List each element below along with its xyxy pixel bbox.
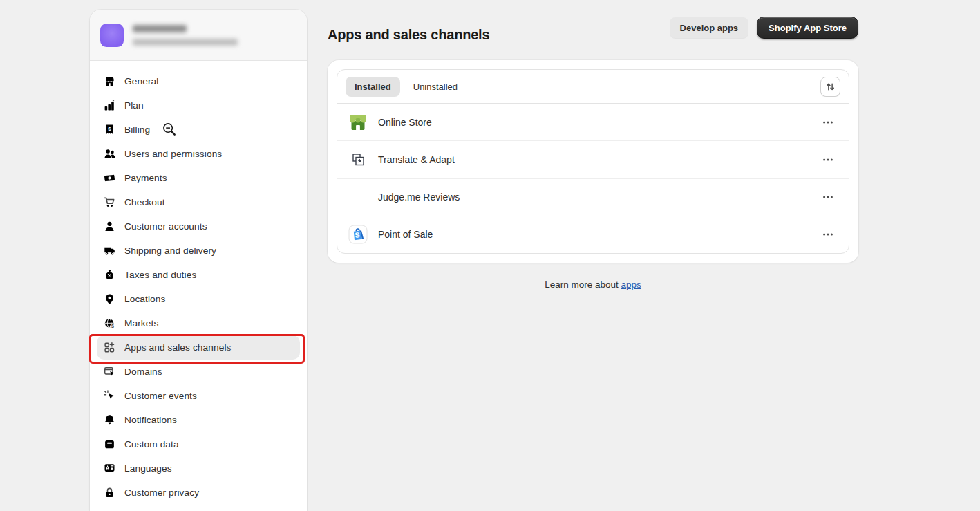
sidebar-item-checkout[interactable]: Checkout	[97, 190, 300, 214]
translate-adapt-app-icon	[348, 150, 368, 169]
settings-sidebar: General Plan Billing Users and permissio…	[90, 10, 307, 511]
sidebar-item-label: Payments	[124, 173, 167, 183]
sidebar-item-label: Markets	[124, 318, 158, 328]
apps-card: Installed Uninstalled Online Store Trans…	[328, 60, 858, 263]
sidebar-item-markets[interactable]: Markets	[97, 311, 300, 335]
app-row-online-store[interactable]: Online Store	[337, 104, 849, 141]
sidebar-item-label: Notifications	[124, 415, 177, 425]
apps-list-box: Installed Uninstalled Online Store Trans…	[337, 69, 849, 254]
sidebar-item-customer-accounts[interactable]: Customer accounts	[97, 214, 300, 239]
sidebar-item-label: Languages	[124, 463, 172, 474]
plan-icon	[104, 100, 115, 111]
shopify-app-store-button[interactable]: Shopify App Store	[757, 17, 858, 39]
sidebar-item-notifications[interactable]: Notifications	[97, 408, 300, 432]
checkout-cart-icon	[104, 196, 115, 208]
sidebar-item-label: Plan	[124, 100, 144, 111]
sidebar-item-label: Billing	[124, 124, 150, 135]
ellipsis-icon	[822, 117, 833, 128]
sidebar-item-label: Locations	[124, 294, 166, 304]
sidebar-item-users-and-permissions[interactable]: Users and permissions	[97, 142, 300, 166]
cursor-sparks-icon	[104, 390, 115, 402]
lock-icon	[104, 487, 115, 499]
app-row-menu-button[interactable]	[818, 115, 838, 130]
apps-tabs-row: Installed Uninstalled	[337, 70, 849, 104]
billing-icon	[104, 124, 115, 136]
tab-uninstalled[interactable]: Uninstalled	[404, 77, 467, 97]
sidebar-item-custom-data[interactable]: Custom data	[97, 432, 300, 456]
sort-button[interactable]	[820, 77, 840, 97]
app-row-menu-button[interactable]	[818, 189, 838, 205]
sidebar-item-payments[interactable]: Payments	[97, 166, 300, 190]
point-of-sale-app-icon	[348, 225, 368, 244]
sidebar-item-taxes-and-duties[interactable]: Taxes and duties	[97, 263, 300, 287]
globe-dollar-icon	[104, 317, 115, 329]
judgeme-app-icon	[348, 187, 368, 207]
sidebar-item-shipping-and-delivery[interactable]: Shipping and delivery	[97, 239, 300, 263]
ellipsis-icon	[822, 154, 833, 165]
sidebar-item-apps-and-sales-channels[interactable]: Apps and sales channels	[97, 335, 300, 360]
translate-bubble-icon	[104, 463, 115, 474]
apps-link[interactable]: apps	[621, 279, 641, 290]
users-icon	[104, 148, 115, 160]
bell-icon	[104, 414, 115, 426]
sidebar-item-label: Shipping and delivery	[124, 245, 216, 256]
data-box-icon	[104, 438, 115, 450]
domains-window-icon	[104, 366, 115, 378]
sort-arrows-icon	[825, 82, 836, 92]
sidebar-item-label: Domains	[124, 366, 162, 377]
sidebar-item-customer-events[interactable]: Customer events	[97, 384, 300, 408]
page-title: Apps and sales channels	[328, 27, 489, 43]
store-identity	[133, 25, 238, 46]
store-name-redacted	[133, 25, 187, 32]
store-icon	[104, 75, 115, 87]
sidebar-item-label: Users and permissions	[124, 149, 222, 159]
app-row-translate-adapt[interactable]: Translate & Adapt	[337, 141, 849, 178]
person-icon	[104, 221, 115, 232]
sidebar-item-locations[interactable]: Locations	[97, 287, 300, 311]
sidebar-item-customer-privacy[interactable]: Customer privacy	[97, 481, 300, 505]
taxes-bag-icon	[104, 269, 115, 281]
learn-more-text: Learn more about	[545, 279, 619, 290]
sidebar-item-label: Customer privacy	[124, 487, 199, 498]
header-actions: Develop apps Shopify App Store	[670, 17, 858, 39]
online-store-app-icon	[348, 113, 368, 132]
app-name: Translate & Adapt	[378, 154, 455, 165]
settings-nav: General Plan Billing Users and permissio…	[90, 61, 307, 505]
ellipsis-icon	[822, 192, 833, 203]
sidebar-item-plan[interactable]: Plan	[97, 93, 300, 118]
sidebar-item-general[interactable]: General	[97, 69, 300, 93]
sidebar-item-label: Apps and sales channels	[124, 342, 232, 353]
app-row-point-of-sale[interactable]: Point of Sale	[337, 216, 849, 253]
app-row-menu-button[interactable]	[818, 152, 838, 167]
ellipsis-icon	[822, 229, 833, 240]
sidebar-item-label: Custom data	[124, 439, 179, 449]
sidebar-item-domains[interactable]: Domains	[97, 360, 300, 384]
store-avatar	[100, 24, 124, 47]
develop-apps-button[interactable]: Develop apps	[670, 17, 749, 38]
sidebar-item-billing[interactable]: Billing	[97, 118, 300, 142]
truck-icon	[104, 245, 115, 257]
sidebar-item-label: Customer events	[124, 391, 197, 401]
location-pin-icon	[104, 293, 115, 305]
app-name: Point of Sale	[378, 229, 433, 240]
app-row-judgeme-reviews[interactable]: Judge.me Reviews	[337, 179, 849, 216]
payments-icon	[104, 172, 115, 184]
sidebar-item-label: General	[124, 76, 158, 86]
app-name: Judge.me Reviews	[378, 192, 460, 203]
apps-grid-plus-icon	[104, 342, 115, 353]
store-header	[90, 10, 307, 61]
app-row-menu-button[interactable]	[818, 227, 838, 242]
sidebar-item-label: Taxes and duties	[124, 270, 196, 280]
store-email-redacted	[133, 39, 238, 46]
app-name: Online Store	[378, 117, 432, 128]
sidebar-item-label: Checkout	[124, 197, 165, 207]
learn-more-note: Learn more about apps	[328, 279, 858, 290]
tab-installed[interactable]: Installed	[346, 77, 400, 97]
sidebar-item-label: Customer accounts	[124, 221, 207, 232]
sidebar-item-languages[interactable]: Languages	[97, 456, 300, 481]
